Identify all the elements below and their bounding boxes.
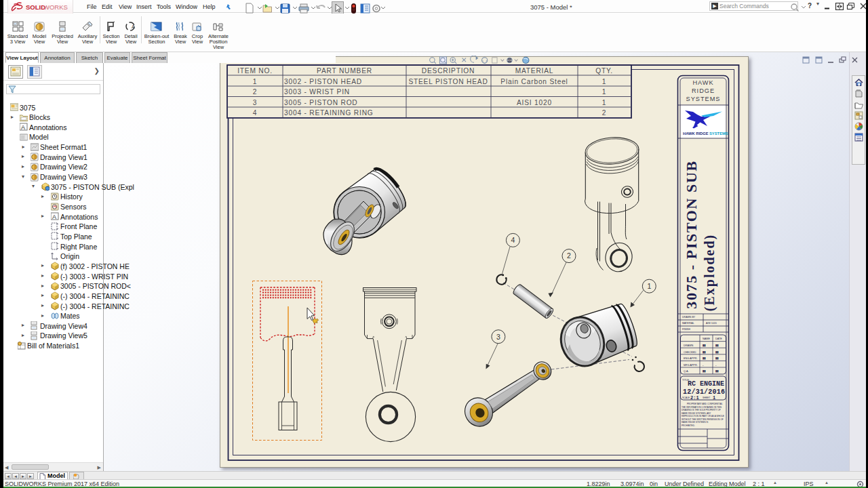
svg-text:QTY.: QTY. <box>595 67 613 75</box>
svg-text:3: 3 <box>253 99 257 106</box>
svg-text:SHEET: SHEET <box>703 396 710 399</box>
svg-text:MFG APPR.: MFG APPR. <box>684 364 698 367</box>
svg-text:HAWK: HAWK <box>692 79 713 86</box>
svg-text:2: 2 <box>253 88 257 96</box>
svg-text:DRAWN: DRAWN <box>684 344 693 347</box>
svg-text:1: 1 <box>647 282 651 290</box>
svg-text:STEEL PISTON HEAD: STEEL PISTON HEAD <box>408 78 488 85</box>
svg-text:HAWK RIDGE SYSTEMS IS: HAWK RIDGE SYSTEMS IS <box>682 421 708 424</box>
svg-text:▮▮: ▮▮ <box>715 369 719 373</box>
svg-text:▮▮: ▮▮ <box>703 369 706 373</box>
svg-text:AISI 1020: AISI 1020 <box>517 99 552 106</box>
svg-text:HAWK RIDGE: HAWK RIDGE <box>683 131 709 136</box>
svg-text:WITHOUT THE WRITTEN PERMISSION: WITHOUT THE WRITTEN PERMISSION OF <box>682 418 724 421</box>
svg-text:THE INFORMATION CONTAINED IN T: THE INFORMATION CONTAINED IN THIS <box>682 406 722 409</box>
svg-text:-: - <box>703 363 704 367</box>
svg-text:1: 1 <box>253 78 257 85</box>
svg-text:ITEM NO.: ITEM NO. <box>237 67 273 75</box>
svg-text:DRAWING IS THE SOLE PROPERTY O: DRAWING IS THE SOLE PROPERTY OF <box>682 409 721 411</box>
svg-text:12/31/2016: 12/31/2016 <box>683 388 725 396</box>
svg-text:3003 - WRIST PIN: 3003 - WRIST PIN <box>284 88 350 96</box>
svg-text:WORKS: WORKS <box>43 3 68 11</box>
svg-text:2: 2 <box>602 109 606 117</box>
svg-text:AISI 1020: AISI 1020 <box>706 322 717 325</box>
svg-text:FINISH: FINISH <box>682 328 690 331</box>
svg-text:3002 - PISTON HEAD: 3002 - PISTON HEAD <box>284 78 362 85</box>
svg-text:MATERIAL: MATERIAL <box>515 67 554 75</box>
svg-text:SYSTEMS: SYSTEMS <box>686 96 721 102</box>
svg-text:3004 - RETAINING RING: 3004 - RETAINING RING <box>284 109 374 117</box>
svg-text:REPRODUCTION IN PART OR AS A W: REPRODUCTION IN PART OR AS A WHOLE <box>682 415 724 418</box>
svg-text:SOLID: SOLID <box>26 3 45 11</box>
svg-text:▮▮: ▮▮ <box>715 344 719 347</box>
svg-text:4: 4 <box>253 109 257 117</box>
svg-text:PROPRIETARY AND CONFIDENTIAL: PROPRIETARY AND CONFIDENTIAL <box>687 403 723 405</box>
svg-text:(Exploded): (Exploded) <box>702 234 717 311</box>
svg-text:1: 1 <box>602 99 606 106</box>
svg-text:DESCRIPTION: DESCRIPTION <box>422 67 475 75</box>
svg-text:RIDGE: RIDGE <box>692 87 715 94</box>
svg-text:A: A <box>21 124 25 131</box>
svg-text:▮▮: ▮▮ <box>703 344 706 347</box>
svg-text:Plain Carbon Steel: Plain Carbon Steel <box>500 78 568 85</box>
svg-text:2: 2 <box>567 251 571 260</box>
svg-text:-: - <box>715 363 717 367</box>
svg-text:1: 1 <box>713 395 715 401</box>
svg-text:DATE: DATE <box>715 338 722 340</box>
svg-text:NAME: NAME <box>703 338 710 340</box>
svg-text:3075 - PISTON SUB: 3075 - PISTON SUB <box>683 160 700 308</box>
svg-text:ENG APPR.: ENG APPR. <box>684 357 697 360</box>
svg-text:▮▮: ▮▮ <box>703 350 706 354</box>
svg-text:1: 1 <box>602 78 606 85</box>
svg-text:MATERIAL: MATERIAL <box>682 322 694 325</box>
svg-text:2:1: 2:1 <box>690 395 699 401</box>
svg-text:PART NUMBER: PART NUMBER <box>317 67 372 75</box>
svg-text:DRAWN BY: DRAWN BY <box>682 316 696 319</box>
svg-text:CHECKED: CHECKED <box>684 351 696 354</box>
svg-text:SCALE: SCALE <box>682 396 690 399</box>
svg-text:▮▮: ▮▮ <box>703 357 706 360</box>
svg-text:▮▮: ▮▮ <box>715 357 719 360</box>
svg-text:RC ENGINE: RC ENGINE <box>688 380 724 388</box>
svg-text:3: 3 <box>496 333 500 341</box>
svg-text:PROHIBITED.: PROHIBITED. <box>682 424 695 427</box>
svg-text:3005 - PISTON ROD: 3005 - PISTON ROD <box>284 99 358 106</box>
svg-text:▮▮: ▮▮ <box>715 350 719 354</box>
svg-text:SYSTEMS: SYSTEMS <box>709 131 728 136</box>
svg-text:HAWK RIDGE SYSTEMS. ANY: HAWK RIDGE SYSTEMS. ANY <box>682 412 711 415</box>
svg-text:A: A <box>132 24 135 29</box>
svg-text:A: A <box>52 214 56 220</box>
svg-text:1: 1 <box>602 88 606 96</box>
svg-text:4: 4 <box>511 236 515 244</box>
svg-text:Q.A.: Q.A. <box>684 370 689 373</box>
